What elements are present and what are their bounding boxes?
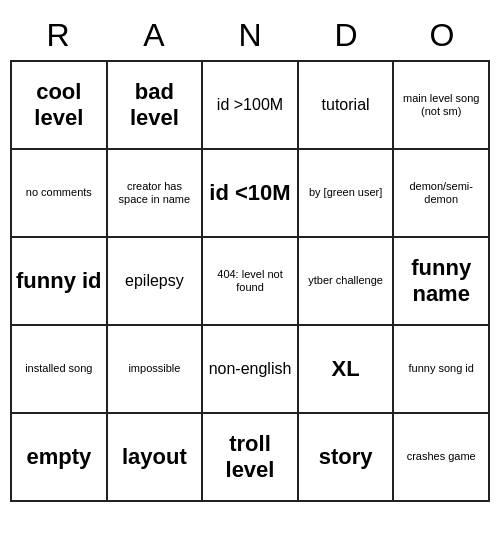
cell-text-r1-c3: by [green user] [309, 186, 382, 199]
cell-r1-c4: demon/semi-demon [394, 150, 490, 238]
cell-text-r4-c3: story [319, 444, 373, 470]
cell-r2-c0: funny id [12, 238, 108, 326]
cell-text-r0-c3: tutorial [322, 95, 370, 114]
cell-text-r3-c0: installed song [25, 362, 92, 375]
header-row: RANDO [10, 10, 490, 60]
cell-text-r3-c3: XL [332, 356, 360, 382]
cell-r4-c3: story [299, 414, 395, 502]
cell-text-r2-c4: funny name [398, 255, 484, 308]
cell-text-r2-c2: 404: level not found [207, 268, 293, 294]
cell-r4-c1: layout [108, 414, 204, 502]
cell-r0-c3: tutorial [299, 62, 395, 150]
header-letter-a: A [106, 10, 202, 60]
cell-text-r4-c2: troll level [207, 431, 293, 484]
cell-r3-c2: non-english [203, 326, 299, 414]
cell-r0-c4: main level song (not sm) [394, 62, 490, 150]
cell-text-r4-c0: empty [26, 444, 91, 470]
cell-text-r2-c3: ytber challenge [308, 274, 383, 287]
header-letter-d: D [298, 10, 394, 60]
header-letter-n: N [202, 10, 298, 60]
cell-r3-c3: XL [299, 326, 395, 414]
cell-text-r2-c0: funny id [16, 268, 102, 294]
cell-text-r1-c2: id <10M [209, 180, 290, 206]
cell-r2-c1: epilepsy [108, 238, 204, 326]
cell-r4-c4: crashes game [394, 414, 490, 502]
cell-text-r1-c0: no comments [26, 186, 92, 199]
header-letter-r: R [10, 10, 106, 60]
cell-r2-c4: funny name [394, 238, 490, 326]
cell-r3-c1: impossible [108, 326, 204, 414]
header-letter-o: O [394, 10, 490, 60]
cell-text-r3-c2: non-english [209, 359, 292, 378]
cell-text-r3-c4: funny song id [408, 362, 473, 375]
bingo-grid: cool levelbad levelid >100Mtutorialmain … [10, 60, 490, 502]
cell-text-r3-c1: impossible [128, 362, 180, 375]
cell-text-r1-c4: demon/semi-demon [398, 180, 484, 206]
cell-r0-c1: bad level [108, 62, 204, 150]
cell-text-r0-c0: cool level [16, 79, 102, 132]
cell-r3-c0: installed song [12, 326, 108, 414]
cell-r0-c0: cool level [12, 62, 108, 150]
cell-r1-c0: no comments [12, 150, 108, 238]
cell-text-r2-c1: epilepsy [125, 271, 184, 290]
cell-text-r4-c1: layout [122, 444, 187, 470]
bingo-container: RANDO cool levelbad levelid >100Mtutoria… [10, 10, 490, 502]
cell-r4-c0: empty [12, 414, 108, 502]
cell-r2-c2: 404: level not found [203, 238, 299, 326]
cell-r0-c2: id >100M [203, 62, 299, 150]
cell-text-r0-c1: bad level [112, 79, 198, 132]
cell-r1-c1: creator has space in name [108, 150, 204, 238]
cell-r2-c3: ytber challenge [299, 238, 395, 326]
cell-r1-c3: by [green user] [299, 150, 395, 238]
cell-text-r4-c4: crashes game [407, 450, 476, 463]
cell-r3-c4: funny song id [394, 326, 490, 414]
cell-text-r1-c1: creator has space in name [112, 180, 198, 206]
cell-r4-c2: troll level [203, 414, 299, 502]
cell-text-r0-c2: id >100M [217, 95, 283, 114]
cell-r1-c2: id <10M [203, 150, 299, 238]
cell-text-r0-c4: main level song (not sm) [398, 92, 484, 118]
